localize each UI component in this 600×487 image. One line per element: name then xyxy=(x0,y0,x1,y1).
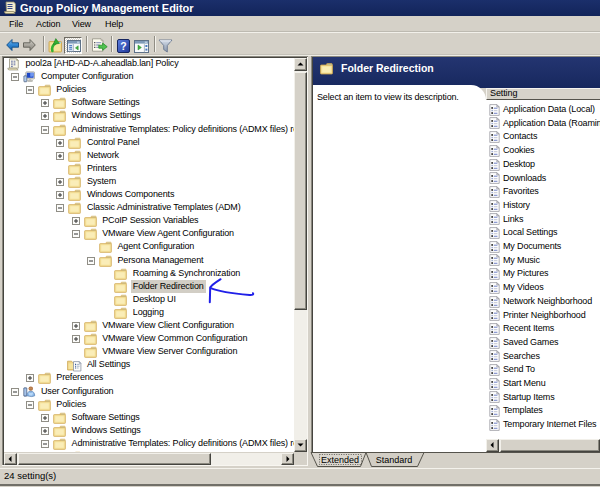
svg-text:?: ? xyxy=(120,39,126,51)
svg-text:Extended: Extended xyxy=(321,455,359,465)
svg-text:Standard: Standard xyxy=(376,455,413,465)
